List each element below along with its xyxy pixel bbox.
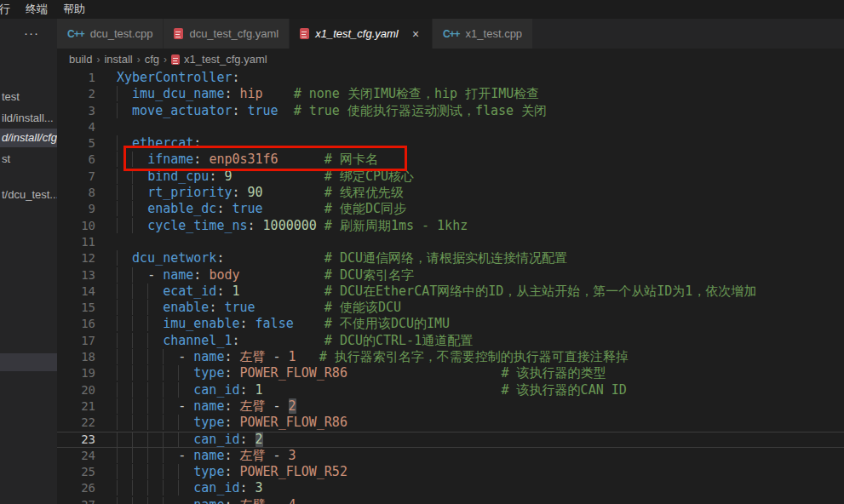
- line-number: 7: [57, 169, 95, 185]
- code-line[interactable]: 16 imu_enable: false # 不使用该DCU的IMU: [57, 316, 844, 332]
- code-line[interactable]: 10 cycle_time_ns: 1000000 # 刷新周期1ms - 1k…: [57, 218, 844, 234]
- breadcrumb-item[interactable]: cfg: [145, 53, 159, 66]
- code-line[interactable]: 21 - name: 左臂 - 2: [57, 398, 844, 415]
- tab-dcu_test.cpp[interactable]: C++dcu_test.cpp: [57, 19, 163, 49]
- code-line-content: - name: 左臂 - 1 # 执行器索引名字，不需要控制的执行器可直接注释掉: [117, 349, 844, 365]
- sidebar-file-item[interactable]: st: [0, 150, 57, 169]
- close-icon[interactable]: ×: [410, 27, 422, 41]
- code-line[interactable]: 19 type: POWER_FLOW_R86 # 该执行器的类型: [57, 365, 844, 381]
- code-line-content: [117, 119, 844, 135]
- yaml-icon: [300, 28, 309, 39]
- tab-x1_test_cfg.yaml[interactable]: x1_test_cfg.yaml×: [290, 19, 432, 49]
- code-line[interactable]: 5 ethercat:: [57, 135, 844, 152]
- code-line-content: channel_1: # DCU的CTRL-1通道配置: [117, 333, 844, 349]
- sidebar-file-item[interactable]: d/install/cfg: [0, 129, 57, 147]
- line-number: 8: [57, 185, 95, 201]
- line-number: 13: [57, 267, 95, 284]
- yaml-icon: [171, 54, 180, 65]
- line-number: 26: [57, 480, 95, 496]
- line-number: 20: [57, 382, 95, 398]
- cpp-icon: C++: [443, 28, 460, 40]
- code-line-content: [117, 234, 844, 250]
- line-number: 22: [57, 415, 95, 431]
- sidebar-file-item[interactable]: t/dcu_test...: [0, 186, 57, 204]
- code-line-content: type: POWER_FLOW_R86: [117, 415, 844, 431]
- code-line-content: type: POWER_FLOW_R86 # 该执行器的类型: [117, 365, 844, 381]
- code-line[interactable]: 17 channel_1: # DCU的CTRL-1通道配置: [57, 333, 844, 349]
- code-line[interactable]: 1XyberController:: [57, 70, 844, 86]
- tab-label: dcu_test.cpp: [90, 27, 153, 40]
- code-line[interactable]: 26 can_id: 3: [57, 480, 844, 496]
- line-number: 1: [57, 70, 95, 86]
- line-number: 18: [57, 349, 95, 365]
- breadcrumb-item[interactable]: install: [104, 53, 132, 66]
- line-number: 2: [57, 86, 95, 102]
- code-line-content: - name: 左臂 - 2: [117, 398, 844, 415]
- code-line-content: XyberController:: [117, 70, 844, 86]
- code-line[interactable]: 7 bind_cpu: 9 # 绑定CPU核心: [57, 169, 844, 185]
- line-number: 4: [57, 119, 95, 135]
- menu-item-2[interactable]: 帮助: [55, 0, 93, 19]
- line-number: 17: [57, 333, 95, 349]
- code-line-content: - name: body # DCU索引名字: [117, 267, 844, 284]
- menu-item-0[interactable]: 行: [0, 0, 18, 19]
- code-line[interactable]: 12 dcu_network: # DCU通信网络，请根据实机连接情况配置: [57, 250, 844, 266]
- code-line-content: ethercat:: [117, 135, 844, 152]
- menu-bar: 行终端帮助: [0, 0, 844, 19]
- sidebar-file-item[interactable]: ild/install...: [0, 109, 57, 128]
- line-number: 14: [57, 284, 95, 300]
- code-line-content: bind_cpu: 9 # 绑定CPU核心: [117, 169, 844, 185]
- tab-label: x1_test.cpp: [466, 27, 523, 40]
- code-line[interactable]: 22 type: POWER_FLOW_R86: [57, 415, 844, 431]
- line-number: 19: [57, 365, 95, 381]
- tab-dcu_test_cfg.yaml[interactable]: dcu_test_cfg.yaml: [164, 19, 289, 49]
- chevron-right-icon: ›: [96, 54, 100, 66]
- line-number: 12: [57, 250, 95, 266]
- code-line[interactable]: 13 - name: body # DCU索引名字: [57, 267, 844, 284]
- code-line[interactable]: 24 - name: 左臂 - 3: [57, 448, 844, 464]
- breadcrumb-item[interactable]: build: [69, 53, 92, 66]
- code-line[interactable]: 18 - name: 左臂 - 1 # 执行器索引名字，不需要控制的执行器可直接…: [57, 349, 844, 365]
- more-actions-icon[interactable]: ···: [24, 26, 39, 40]
- code-line[interactable]: 15 enable: true # 使能该DCU: [57, 300, 844, 316]
- code-line-content: enable_dc: true # 使能DC同步: [117, 201, 844, 217]
- code-line[interactable]: 20 can_id: 1 # 该执行器的CAN ID: [57, 382, 844, 398]
- sidebar-highlight-row: [0, 353, 57, 371]
- vscode-window: 行终端帮助 ··· testild/install...d/install/cf…: [0, 0, 844, 504]
- line-number: 6: [57, 152, 95, 168]
- code-line[interactable]: 2 imu_dcu_name: hip # none 关闭IMU检查，hip 打…: [57, 86, 844, 102]
- line-number: 3: [57, 103, 95, 119]
- code-editor[interactable]: 1XyberController:2 imu_dcu_name: hip # n…: [57, 70, 844, 504]
- breadcrumb-file[interactable]: x1_test_cfg.yaml: [184, 53, 267, 66]
- sidebar-file-item[interactable]: test: [0, 88, 57, 106]
- cpp-icon: C++: [67, 28, 84, 40]
- code-line[interactable]: 27 - name: 左臂 - 4: [57, 497, 844, 504]
- line-number: 15: [57, 300, 95, 316]
- line-number: 21: [57, 398, 95, 415]
- tab-label: dcu_test_cfg.yaml: [189, 27, 278, 40]
- code-line[interactable]: 4: [57, 119, 844, 135]
- menu-item-1[interactable]: 终端: [18, 0, 55, 19]
- code-line-content: imu_enable: false # 不使用该DCU的IMU: [117, 316, 844, 332]
- code-line-content: - name: 左臂 - 4: [117, 497, 844, 504]
- line-number: 11: [57, 234, 95, 250]
- line-number: 10: [57, 218, 95, 234]
- code-line[interactable]: 23 can_id: 2: [57, 432, 844, 448]
- code-line[interactable]: 9 enable_dc: true # 使能DC同步: [57, 201, 844, 217]
- code-line-content: type: POWER_FLOW_R52: [117, 464, 844, 480]
- code-line-content: ecat_id: 1 # DCU在EtherCAT网络中的ID，从主站开始，第一…: [117, 284, 844, 300]
- code-line[interactable]: 8 rt_priority: 90 # 线程优先级: [57, 185, 844, 201]
- code-line-content: dcu_network: # DCU通信网络，请根据实机连接情况配置: [117, 250, 844, 266]
- code-line[interactable]: 3 move_actuator: true # true 使能执行器运动测试，f…: [57, 103, 844, 119]
- code-line[interactable]: 25 type: POWER_FLOW_R52: [57, 464, 844, 480]
- code-line-content: ifname: enp0s31f6 # 网卡名: [117, 152, 844, 168]
- sidebar-file-list: ··· testild/install...d/install/cfgstt/d…: [0, 19, 57, 504]
- code-line[interactable]: 14 ecat_id: 1 # DCU在EtherCAT网络中的ID，从主站开始…: [57, 284, 844, 300]
- code-line-content: move_actuator: true # true 使能执行器运动测试，fla…: [117, 103, 844, 119]
- line-number: 16: [57, 316, 95, 332]
- tab-x1_test.cpp[interactable]: C++x1_test.cpp: [433, 19, 532, 49]
- code-line[interactable]: 6 ifname: enp0s31f6 # 网卡名: [57, 152, 844, 168]
- code-line[interactable]: 11: [57, 234, 844, 250]
- tab-bar: C++dcu_test.cppdcu_test_cfg.yamlx1_test_…: [57, 19, 844, 49]
- line-number: 23: [57, 432, 95, 448]
